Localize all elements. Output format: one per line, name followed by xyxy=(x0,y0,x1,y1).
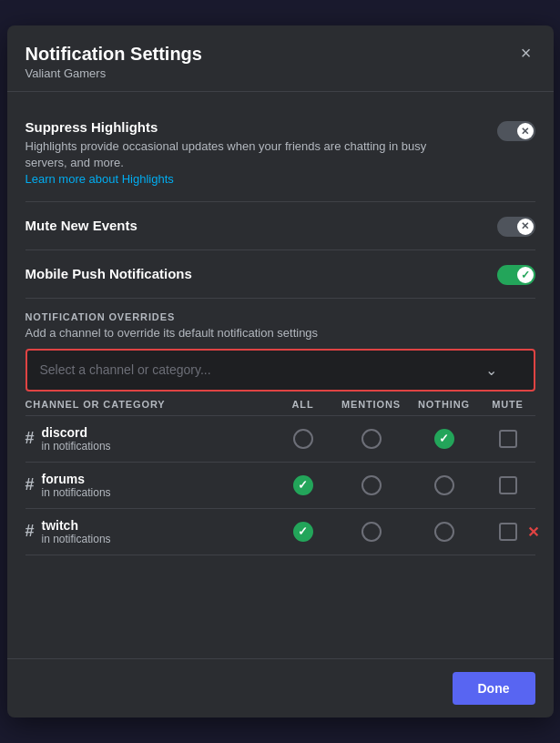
toggle-knob: ✓ xyxy=(517,267,534,283)
done-button[interactable]: Done xyxy=(453,672,535,705)
radio-all-cell xyxy=(271,429,335,449)
radio-nothing-cell xyxy=(408,429,481,449)
col-header-all: ALL xyxy=(271,399,335,410)
radio-all-cell xyxy=(271,522,335,542)
toggle-check-icon: ✓ xyxy=(521,269,530,281)
radio-mentions[interactable] xyxy=(361,522,382,542)
hash-icon: # xyxy=(25,522,35,541)
radio-mentions-cell xyxy=(335,475,408,495)
mute-new-events-label: Mute New Events xyxy=(25,218,137,233)
suppress-highlights-label: Suppress Highlights xyxy=(25,119,463,135)
modal-footer: Done xyxy=(7,658,554,718)
modal-body: Suppress Highlights Highlights provide o… xyxy=(7,92,554,658)
suppress-highlights-toggle[interactable]: ✕ xyxy=(497,121,535,141)
mobile-push-toggle[interactable]: ✓ xyxy=(497,265,535,285)
channel-name: forums xyxy=(42,472,111,486)
radio-nothing-cell xyxy=(408,522,481,542)
hash-icon: # xyxy=(25,429,35,448)
toggle-x-icon: ✕ xyxy=(521,220,529,232)
col-header-nothing: NOTHING xyxy=(408,399,481,410)
channel-name: discord xyxy=(42,425,111,440)
checkbox-mute-cell xyxy=(481,430,535,448)
mobile-push-row: Mobile Push Notifications ✓ xyxy=(25,250,535,299)
overrides-table: CHANNEL OR CATEGORY ALL MENTIONS NOTHING… xyxy=(25,392,535,555)
mute-new-events-row: Mute New Events ✕ xyxy=(25,202,535,250)
channel-info: # discord in notifications xyxy=(25,425,271,453)
radio-mentions-cell xyxy=(335,522,408,542)
table-row: # discord in notifications xyxy=(25,416,535,463)
chevron-down-icon: ⌄ xyxy=(485,361,497,379)
modal-title: Notification Settings xyxy=(25,44,535,65)
radio-all[interactable] xyxy=(293,429,313,449)
radio-mentions-cell xyxy=(335,429,408,449)
suppress-highlights-desc: Highlights provide occasional updates wh… xyxy=(25,138,463,188)
radio-all[interactable] xyxy=(293,475,313,495)
mute-new-events-toggle[interactable]: ✕ xyxy=(497,217,535,237)
channel-info: # twitch in notifications xyxy=(25,518,271,545)
radio-nothing[interactable] xyxy=(434,522,454,542)
modal-subtitle: Valiant Gamers xyxy=(25,66,535,80)
suppress-highlights-row: Suppress Highlights Highlights provide o… xyxy=(25,107,535,202)
col-header-mute: MUTE xyxy=(481,399,535,410)
col-header-channel: CHANNEL OR CATEGORY xyxy=(25,399,271,410)
channel-sub: in notifications xyxy=(42,440,111,453)
suppress-highlights-content: Suppress Highlights Highlights provide o… xyxy=(25,119,463,188)
mobile-push-label: Mobile Push Notifications xyxy=(25,266,192,281)
modal-header: Notification Settings Valiant Gamers × xyxy=(7,25,554,92)
overrides-desc: Add a channel to override its default no… xyxy=(25,326,535,340)
checkbox-mute[interactable] xyxy=(499,430,517,448)
notification-overrides-section: NOTIFICATION OVERRIDES Add a channel to … xyxy=(25,299,535,563)
overrides-title: NOTIFICATION OVERRIDES xyxy=(25,311,535,322)
radio-mentions[interactable] xyxy=(361,429,382,449)
radio-all[interactable] xyxy=(293,522,313,542)
table-row: # forums in notifications xyxy=(25,463,535,509)
channel-select-placeholder: Select a channel or category... xyxy=(40,362,211,377)
radio-nothing[interactable] xyxy=(434,429,454,449)
table-header: CHANNEL OR CATEGORY ALL MENTIONS NOTHING… xyxy=(25,392,535,416)
channel-select-dropdown[interactable]: Select a channel or category... ⌄ xyxy=(25,349,535,392)
notification-settings-modal: Notification Settings Valiant Gamers × S… xyxy=(7,25,554,718)
channel-text-block: forums in notifications xyxy=(42,472,111,499)
radio-mentions[interactable] xyxy=(361,475,382,495)
delete-row-button[interactable]: ✕ xyxy=(527,523,539,540)
channel-info: # forums in notifications xyxy=(25,472,271,499)
col-header-mentions: MENTIONS xyxy=(335,399,408,410)
checkbox-mute[interactable] xyxy=(499,476,517,494)
highlights-learn-more-link[interactable]: Learn more about Highlights xyxy=(25,172,174,186)
channel-name: twitch xyxy=(42,518,111,533)
hash-icon: # xyxy=(25,475,35,494)
channel-text-block: twitch in notifications xyxy=(42,518,111,545)
channel-sub: in notifications xyxy=(42,533,111,545)
channel-sub: in notifications xyxy=(42,486,111,499)
close-button[interactable]: × xyxy=(514,40,539,66)
checkbox-mute-cell xyxy=(481,476,535,494)
table-row: # twitch in notifications xyxy=(25,509,535,555)
radio-all-cell xyxy=(271,475,335,495)
toggle-knob: ✕ xyxy=(517,123,534,139)
toggle-x-icon: ✕ xyxy=(521,126,529,137)
toggle-knob: ✕ xyxy=(517,219,534,235)
radio-nothing-cell xyxy=(408,475,481,495)
radio-nothing[interactable] xyxy=(434,475,454,495)
channel-text-block: discord in notifications xyxy=(42,425,111,453)
checkbox-mute[interactable] xyxy=(499,523,517,541)
